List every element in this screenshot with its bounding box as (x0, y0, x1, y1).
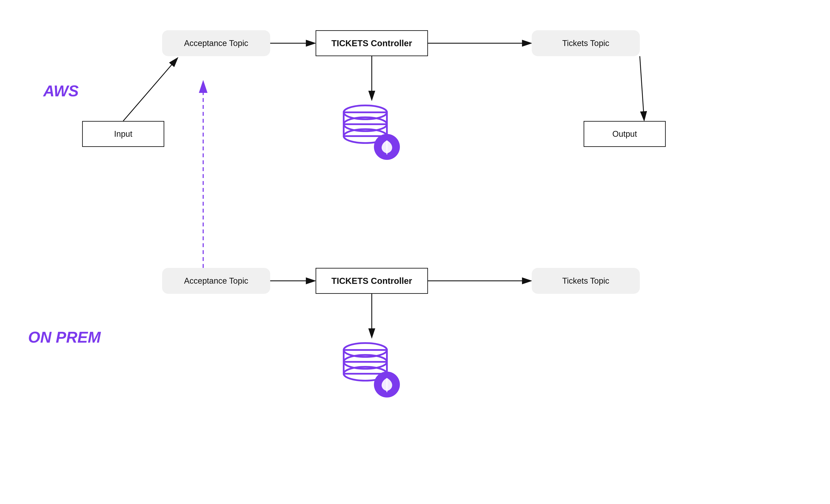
bottom-database-icon (331, 337, 413, 411)
diagram-container: Acceptance Topic TICKETS Controller Tick… (0, 0, 830, 504)
output-node: Output (584, 121, 666, 147)
input-node: Input (82, 121, 164, 147)
svg-line-5 (640, 56, 644, 120)
bottom-tickets-controller: TICKETS Controller (316, 268, 428, 294)
svg-line-2 (123, 58, 177, 121)
svg-rect-12 (344, 112, 387, 124)
bottom-tickets-topic: Tickets Topic (532, 268, 640, 294)
svg-rect-19 (344, 350, 387, 362)
aws-label: AWS (43, 82, 79, 100)
svg-rect-14 (344, 124, 387, 136)
arrows-overlay (0, 0, 830, 504)
top-acceptance-topic: Acceptance Topic (162, 30, 270, 56)
bottom-acceptance-topic: Acceptance Topic (162, 268, 270, 294)
top-database-icon (331, 99, 413, 165)
svg-rect-21 (344, 362, 387, 374)
top-tickets-topic: Tickets Topic (532, 30, 640, 56)
onprem-label: ON PREM (28, 328, 101, 346)
top-tickets-controller: TICKETS Controller (316, 30, 428, 56)
